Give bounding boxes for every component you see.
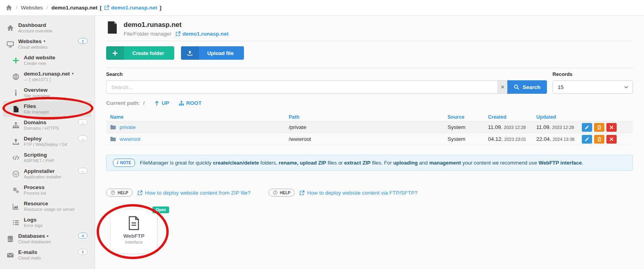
code-icon [12, 154, 20, 161]
delete-button[interactable] [594, 123, 604, 132]
external-link-icon [137, 190, 143, 195]
root-link[interactable]: ROOT [179, 100, 202, 106]
sidebar-item-label: E-mails [18, 250, 37, 255]
database-icon [6, 235, 14, 242]
upload-file-button[interactable]: Upload file [181, 46, 244, 60]
table-header-path[interactable]: Path [288, 114, 447, 120]
wordpress-icon: W [12, 170, 20, 178]
gears-icon [12, 187, 20, 194]
folder-icon [110, 125, 116, 130]
help-link[interactable]: How to deploy website content from ZIP f… [137, 190, 251, 196]
pencil-icon [585, 137, 589, 142]
breadcrumb-site-link[interactable]: demo1.runasp.net [104, 5, 157, 11]
webftp-subtitle: Interface [111, 240, 157, 244]
table-header-name[interactable]: Name [106, 114, 288, 120]
file-icon [12, 106, 20, 113]
sidebar-item-resource[interactable]: Resource Resource usage on server [3, 198, 91, 214]
search-button[interactable]: Search [507, 80, 547, 94]
count-badge: 0 [78, 249, 88, 255]
divider [106, 41, 633, 41]
sidebar-item-appinstaller[interactable]: W AppInstaller Application installer .. [3, 166, 91, 182]
sidebar-item-sublabel: Account overview [18, 29, 52, 34]
clear-search-button[interactable] [497, 80, 507, 94]
page-title: demo1.runasp.net [124, 21, 229, 29]
create-folder-button[interactable]: Create folder [106, 46, 174, 60]
header-site-link[interactable]: demo1.runasp.net [175, 31, 229, 37]
pencil-icon [585, 125, 589, 130]
remove-button[interactable] [606, 123, 617, 132]
home-icon[interactable] [6, 4, 12, 11]
sidebar-item-sublabel: Application installer [24, 175, 61, 180]
question-icon: ? [111, 190, 115, 195]
up-link[interactable]: UP [154, 100, 169, 106]
sidebar-item-databases[interactable]: Databases ▸ Cloud databases 4 [3, 231, 91, 247]
sidebar-item-dashboard[interactable]: Dashboard Account overview [3, 20, 91, 36]
webftp-tile[interactable]: WebFTP Interface [110, 209, 158, 254]
sidebar-item-label: Files [24, 104, 36, 109]
sidebar-item-add-website[interactable]: Add website Create new [3, 52, 91, 68]
info-icon: i [117, 160, 118, 166]
upload-icon [187, 50, 193, 56]
folder-name-link[interactable]: wwwroot [120, 136, 141, 142]
sidebar-item-scripting[interactable]: Scripting ASP.NET / PHP [3, 150, 91, 166]
remove-button[interactable] [606, 135, 617, 144]
sidebar-item-files[interactable]: Files File manager [3, 101, 91, 117]
sidebar-item-logs[interactable]: Logs Error logs [3, 214, 91, 231]
sidebar-item-label: Process [24, 185, 45, 190]
table-body: private /private System 11.09. 2023 12:2… [106, 121, 633, 145]
svg-text:W: W [14, 172, 18, 176]
sidebar-item-domains[interactable]: Domains Domains / HTTPS .. [3, 117, 91, 133]
divider [106, 68, 633, 68]
sidebar-item-process[interactable]: Process Process list [3, 182, 91, 198]
sidebar-item-websites[interactable]: Websites ▾ Cloud websites 2 [3, 36, 91, 52]
question-icon: ? [273, 190, 278, 195]
sidebar-item-label: Add website [24, 55, 55, 61]
sidebar-item-sublabel: Resource usage on server [24, 207, 75, 212]
files-table: Name Path Source Created Updated private… [106, 113, 633, 145]
caret-icon: ▸ [47, 234, 49, 238]
breadcrumb-separator: / [16, 5, 17, 11]
table-header-source[interactable]: Source [447, 114, 487, 120]
sidebar-item-deploy[interactable]: Deploy FTP / WebDeploy / Git .. [3, 133, 91, 150]
sidebar-item-label: Websites [18, 39, 42, 44]
cell-created: 11.09. 2023 12:28 [487, 124, 535, 130]
sidebar-item-sublabel: Domains / HTTPS [24, 126, 59, 131]
edit-button[interactable] [582, 135, 592, 144]
plus-icon [112, 50, 118, 56]
folder-name-link[interactable]: private [120, 124, 136, 130]
table-header-created[interactable]: Created [487, 114, 535, 120]
breadcrumb-item-websites[interactable]: Websites [21, 5, 43, 11]
count-badge: 4 [78, 233, 88, 239]
help-badge: ? HELP [106, 189, 133, 197]
edit-button[interactable] [582, 123, 592, 132]
table-header-updated[interactable]: Updated [535, 114, 581, 120]
sidebar-item-label: Domains [24, 120, 46, 125]
sidebar-item-label: Dashboard [18, 23, 46, 28]
help-badge: ? HELP [269, 189, 295, 197]
delete-button[interactable] [594, 135, 604, 144]
current-path-label: Current path: [106, 100, 140, 106]
records-select[interactable]: 15 [553, 80, 633, 94]
open-badge[interactable]: Open [152, 206, 169, 213]
sidebar-item-site[interactable]: demo1.runasp.net ▾ --- [ site1071 ] [3, 68, 91, 85]
svg-text:?: ? [112, 191, 114, 194]
help-item: ? HELP How to deploy website content fro… [106, 189, 251, 197]
table-row: private /private System 11.09. 2023 12:2… [106, 121, 633, 133]
sidebar-item-emails[interactable]: E-mails Cloud mails 0 [3, 247, 91, 263]
sidebar: Dashboard Account overview Websites ▾ Cl… [0, 16, 95, 269]
sidebar-item-sublabel: Cloud databases [18, 240, 51, 244]
plus-icon [12, 57, 20, 64]
upload-icon [12, 138, 20, 145]
sidebar-item-overview[interactable]: Overview Site overview [3, 85, 91, 101]
sidebar-item-sublabel: ASP.NET / PHP [24, 159, 54, 163]
count-badge: .. [78, 168, 88, 174]
search-input[interactable] [106, 80, 497, 94]
sidebar-item-label: Scripting [24, 152, 47, 158]
x-icon [501, 85, 505, 89]
cell-path: /private [288, 124, 447, 130]
sidebar-item-sublabel: FTP / WebDeploy / Git [24, 142, 67, 147]
trash-icon [597, 137, 602, 142]
help-link[interactable]: How to deploy website content via FTP/SF… [299, 190, 417, 196]
main-content: demo1.runasp.net File/Folder manager dem… [95, 16, 644, 269]
breadcrumb: / Websites / demo1.runasp.net [ demo1.ru… [0, 0, 644, 16]
